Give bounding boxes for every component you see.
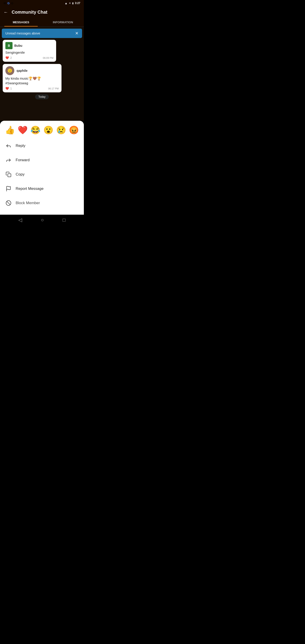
emoji-heart[interactable]: ❤️ (17, 125, 28, 135)
reaction-count: 2 (10, 56, 12, 60)
table-row: B Bubu Sengingenile ❤️ 2 06:09 PM (3, 40, 66, 64)
nav-home-button[interactable]: ○ (41, 217, 44, 223)
emoji-wow[interactable]: 😮 (42, 125, 54, 135)
signal-icon: ✕ (69, 2, 71, 5)
message-time: 06:17 PM (48, 87, 58, 90)
sender-name: qaphile (16, 69, 28, 72)
email-icon: ✉ (4, 2, 6, 5)
unread-text: Unread messages above (5, 32, 40, 35)
nav-recent-button[interactable]: □ (62, 217, 66, 223)
svg-rect-0 (8, 174, 11, 177)
sender-name: Bubu (14, 44, 22, 48)
copy-button[interactable]: Copy (0, 167, 84, 182)
block-icon (5, 200, 12, 206)
message-time: 06:09 PM (43, 56, 54, 59)
avatar: 🙂 (5, 66, 14, 75)
emoji-cry[interactable]: 😢 (55, 125, 67, 135)
bottom-sheet: 👍 ❤️ 😂 😮 😢 😡 Reply (0, 121, 84, 215)
emoji-laugh[interactable]: 😂 (30, 125, 41, 135)
copy-label: Copy (16, 172, 24, 177)
message-bubble-1: B Bubu Sengingenile ❤️ 2 06:09 PM (3, 40, 56, 62)
reply-icon (5, 143, 12, 149)
table-row: 🙂 qaphile My kinda music🏆🤎🏆 #Swangotswag… (3, 64, 72, 92)
message-list: B Bubu Sengingenile ❤️ 2 06:09 PM 🙂 qaph… (0, 38, 84, 102)
block-member-label: Block Member (16, 201, 40, 205)
emoji-angry[interactable]: 😡 (68, 125, 80, 135)
reaction-emoji: ❤️ (5, 87, 9, 90)
wifi-icon: ▲ (64, 2, 68, 5)
reaction-emoji: ❤️ (5, 56, 9, 60)
battery-icon: ▮ (72, 2, 74, 5)
unread-banner: Unread messages above ✕ (2, 28, 82, 38)
status-icons-right: ▲ ✕ ▮ 3:27 (64, 2, 80, 5)
report-icon (5, 186, 12, 192)
google-icon: G (8, 2, 10, 5)
today-badge: Today (3, 94, 81, 98)
top-bar: ← Community Chat (0, 6, 84, 18)
reply-label: Reply (16, 144, 25, 148)
status-icons-left: ✉ G ⊙ (4, 2, 14, 5)
chat-area: Unread messages above ✕ B Bubu Sengingen… (0, 27, 84, 121)
nav-bar: ◁ ○ □ (0, 215, 84, 226)
timer-icon: ⊙ (11, 2, 14, 5)
action-list: Reply Forward Copy (0, 139, 84, 215)
status-bar: ✉ G ⊙ ▲ ✕ ▮ 3:27 (0, 0, 84, 6)
avatar: B (5, 42, 12, 49)
copy-icon (5, 171, 12, 178)
emoji-reaction-row: 👍 ❤️ 😂 😮 😢 😡 (0, 121, 84, 139)
block-member-button[interactable]: Block Member (0, 196, 84, 210)
emoji-thumbsup[interactable]: 👍 (4, 125, 16, 135)
svg-line-3 (7, 201, 10, 204)
forward-button[interactable]: Forward (0, 153, 84, 167)
tabs-bar: MESSAGES INFORMATION (0, 18, 84, 27)
report-message-button[interactable]: Report Message (0, 182, 84, 196)
nav-back-button[interactable]: ◁ (18, 217, 22, 223)
reaction-count: 1 (10, 87, 12, 90)
message-bubble-2: 🙂 qaphile My kinda music🏆🤎🏆 #Swangotswag… (3, 64, 62, 92)
unread-close-button[interactable]: ✕ (75, 31, 78, 36)
message-text: Sengingenile (5, 50, 54, 55)
reply-button[interactable]: Reply (0, 139, 84, 153)
message-text: My kinda music🏆🤎🏆 #Swangotswag (5, 76, 59, 86)
back-button[interactable]: ← (4, 10, 8, 15)
forward-label: Forward (16, 158, 30, 162)
tab-messages[interactable]: MESSAGES (0, 18, 42, 26)
tab-information[interactable]: INFORMATION (42, 18, 84, 26)
status-time: 3:27 (75, 2, 80, 5)
report-message-label: Report Message (16, 186, 44, 191)
page-title: Community Chat (12, 10, 48, 15)
forward-icon (5, 157, 12, 163)
